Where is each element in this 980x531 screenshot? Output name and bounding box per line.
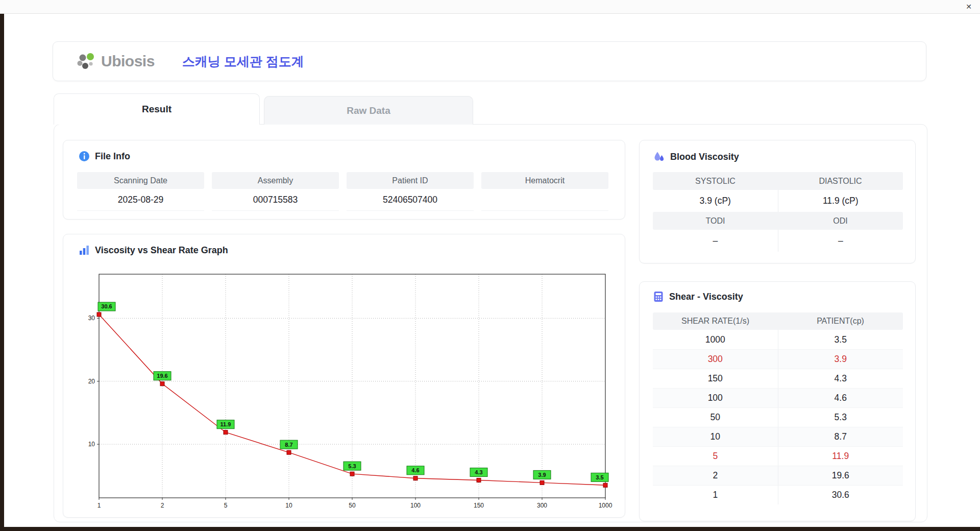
field-scanning-date: Scanning Date 2025-08-29 [77,172,204,211]
viscosity-graph-card: Viscosity vs Shear Rate Graph 1020301251… [63,234,625,518]
svg-text:30: 30 [88,315,95,322]
window-close-button[interactable]: ✕ [966,2,972,11]
diastolic-header: DIASTOLIC [778,172,903,190]
tab-result[interactable]: Result [54,93,260,125]
blood-viscosity-card: Blood Viscosity SYSTOLIC DIASTOLIC 3.9 (… [639,140,916,263]
tab-raw-data[interactable]: Raw Data [264,96,473,125]
tab-raw-data-label: Raw Data [347,105,390,116]
field-value [481,189,608,211]
svg-text:150: 150 [474,502,484,509]
odi-header: ODI [778,212,903,230]
patient-viscosity-cell: 30.6 [778,486,903,504]
calculator-icon [653,291,664,302]
shear-rate-cell: 1 [653,486,778,504]
logo-text: Ubiosis [101,53,155,70]
field-value: 52406507400 [347,189,474,211]
svg-text:30.6: 30.6 [101,303,112,309]
graph-title: Viscosity vs Shear Rate Graph [95,245,228,256]
shear-rate-cell: 300 [653,350,778,369]
field-value: 2025-08-29 [77,189,204,211]
field-label: Scanning Date [77,172,204,189]
shear-rate-cell: 100 [653,389,778,407]
table-row: 1504.3 [653,369,903,388]
patient-viscosity-cell: 4.6 [778,389,903,407]
table-row: 1004.6 [653,388,903,407]
table-row: – – [653,230,903,252]
svg-text:11.9: 11.9 [220,421,231,427]
patient-viscosity-cell: 3.5 [778,330,903,349]
table-row: 108.7 [653,427,903,446]
field-label: Patient ID [347,172,474,189]
file-info-card: File Info Scanning Date 2025-08-29 Assem… [63,140,625,220]
table-row: 3003.9 [653,349,903,369]
shear-table-body: 10003.53003.91504.31004.6505.3108.7511.9… [653,330,903,504]
shear-rate-column-header: SHEAR RATE(1/s) [653,312,778,330]
patient-viscosity-cell: 4.3 [778,369,903,388]
shear-viscosity-card: Shear - Viscosity SHEAR RATE(1/s) PATIEN… [639,281,916,521]
table-row: 511.9 [653,446,903,466]
svg-text:4.3: 4.3 [475,469,482,475]
patient-viscosity-cell: 11.9 [778,447,903,466]
app-header: Ubiosis 스캐닝 모세관 점도계 [53,41,926,81]
svg-text:300: 300 [537,502,547,509]
svg-text:20: 20 [88,378,95,385]
todi-header: TODI [653,212,778,230]
svg-text:100: 100 [410,502,421,509]
diastolic-value: 11.9 (cP) [778,190,903,212]
field-assembly: Assembly 000715583 [212,172,339,211]
systolic-header: SYSTOLIC [653,172,778,190]
tab-result-label: Result [142,104,172,115]
app-title: 스캐닝 모세관 점도계 [182,53,304,70]
table-row: 3.9 (cP) 11.9 (cP) [653,190,903,212]
svg-text:4.6: 4.6 [411,467,419,473]
ubiosis-logo: Ubiosis [77,52,155,71]
content-panel: File Info Scanning Date 2025-08-29 Assem… [54,124,927,522]
table-row: TODI ODI [653,212,903,230]
table-header-row: SHEAR RATE(1/s) PATIENT(cp) [653,312,903,330]
info-icon [79,151,90,162]
patient-viscosity-cell: 5.3 [778,408,903,427]
shear-viscosity-title: Shear - Viscosity [669,292,743,302]
table-row: 10003.5 [653,330,903,349]
viscosity-chart: 1020301251050100150300100030.619.611.98.… [82,269,612,510]
field-patient-id: Patient ID 52406507400 [347,172,474,211]
svg-text:5.3: 5.3 [348,463,356,469]
bar-chart-icon [79,245,90,256]
svg-text:19.6: 19.6 [157,373,167,379]
shear-rate-cell: 50 [653,408,778,427]
file-info-title: File Info [95,151,130,162]
svg-text:10: 10 [285,502,292,509]
blood-drop-icon [653,151,665,163]
field-hematocrit: Hematocrit [481,172,608,211]
shear-rate-cell: 5 [653,447,778,466]
ubiosis-logo-icon [77,52,96,71]
svg-text:2: 2 [161,502,164,509]
svg-text:5: 5 [224,502,228,509]
app-window: Ubiosis 스캐닝 모세관 점도계 Result Raw Data File… [4,14,980,527]
shear-rate-cell: 150 [653,369,778,388]
file-info-fields: Scanning Date 2025-08-29 Assembly 000715… [77,172,608,211]
svg-text:3.5: 3.5 [596,474,603,480]
window-titlebar: ✕ [0,0,980,14]
svg-text:1000: 1000 [599,502,612,509]
table-row: 219.6 [653,466,903,485]
field-value: 000715583 [212,189,339,211]
svg-text:50: 50 [349,502,356,509]
svg-text:8.7: 8.7 [285,442,292,448]
odi-value: – [778,230,903,252]
blood-viscosity-table: SYSTOLIC DIASTOLIC 3.9 (cP) 11.9 (cP) TO… [653,172,903,252]
shear-rate-cell: 1000 [653,330,778,349]
svg-text:10: 10 [88,441,95,448]
table-row: SYSTOLIC DIASTOLIC [653,172,903,190]
field-label: Assembly [212,172,339,189]
systolic-value: 3.9 (cP) [653,190,778,212]
patient-viscosity-cell: 19.6 [778,466,903,485]
patient-viscosity-cell: 3.9 [778,350,903,369]
svg-text:3.9: 3.9 [538,472,546,478]
patient-viscosity-cell: 8.7 [778,427,903,446]
shear-rate-cell: 2 [653,466,778,485]
shear-rate-cell: 10 [653,427,778,446]
patient-column-header: PATIENT(cp) [778,312,903,330]
shear-viscosity-table: SHEAR RATE(1/s) PATIENT(cp) 10003.53003.… [653,312,903,504]
field-label: Hematocrit [481,172,608,189]
